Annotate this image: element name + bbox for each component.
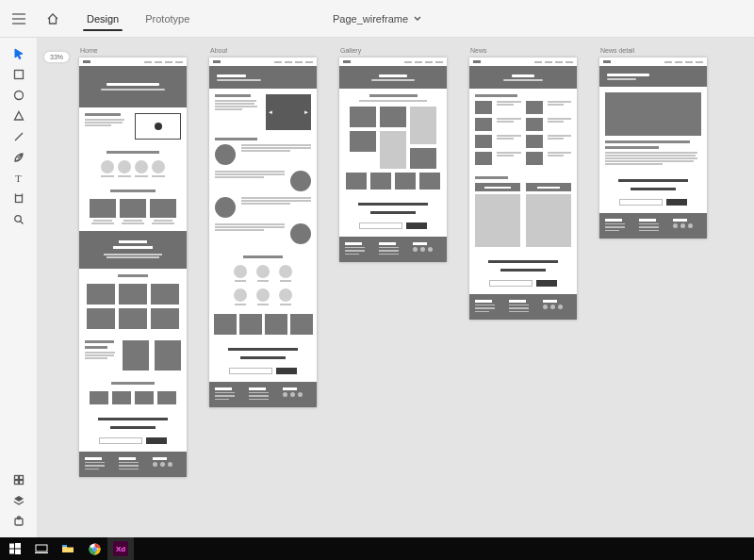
xd-icon: Xd [113, 541, 128, 556]
svg-rect-23 [35, 552, 48, 553]
artboard-home[interactable]: Someday Organize and Start New Stre [79, 58, 187, 477]
taskbar-file-explorer[interactable] [55, 537, 81, 560]
taskbar-xd[interactable]: Xd [107, 537, 134, 560]
pointer-icon [13, 48, 25, 59]
start-button[interactable] [2, 537, 28, 560]
triangle-icon [13, 110, 25, 122]
taskbar-chrome[interactable] [81, 537, 107, 560]
artboard-news[interactable]: Upcoming News Social Feed [469, 58, 577, 320]
line-tool[interactable] [0, 126, 38, 147]
svg-line-11 [20, 222, 23, 224]
artboard-label[interactable]: Home [79, 47, 187, 54]
pen-tool[interactable] [0, 147, 38, 168]
windows-icon [9, 543, 21, 554]
svg-point-28 [92, 547, 95, 550]
svg-rect-3 [14, 71, 23, 79]
svg-text:T: T [15, 173, 22, 184]
ellipse-tool[interactable] [0, 85, 38, 106]
assets-panel-button[interactable] [0, 469, 38, 490]
text-icon: T [13, 173, 25, 184]
artboard-gallery[interactable]: Our Art Creations [339, 58, 447, 262]
folder-icon [61, 543, 74, 554]
artboard-label[interactable]: News detail [599, 47, 707, 54]
svg-rect-14 [14, 481, 18, 485]
svg-rect-19 [15, 543, 21, 549]
svg-point-10 [14, 216, 21, 222]
artboard-label[interactable]: About [209, 47, 317, 54]
svg-rect-17 [17, 517, 20, 519]
task-view-icon [35, 543, 48, 554]
square-icon [13, 69, 25, 80]
taskbar-task-view[interactable] [28, 537, 55, 560]
svg-rect-22 [36, 545, 47, 552]
page-footer [79, 452, 187, 477]
chrome-icon [89, 543, 101, 555]
tool-strip: T [0, 38, 38, 537]
artboard-about[interactable]: Who we are now ◄ ► Profiles / Team [209, 58, 317, 407]
line-icon [13, 131, 25, 142]
artboard-label[interactable]: Gallery [339, 47, 447, 54]
windows-taskbar: Xd [0, 537, 754, 560]
rectangle-tool[interactable] [0, 64, 38, 85]
app-topbar: Design Prototype Page_wireframe [0, 0, 754, 38]
layers-icon [13, 495, 25, 506]
svg-rect-24 [62, 545, 67, 547]
design-canvas[interactable]: 33% Home Someday Organize and Start [38, 38, 754, 537]
select-tool[interactable] [0, 43, 38, 64]
artboard-label[interactable]: News [469, 47, 577, 54]
svg-rect-21 [15, 550, 21, 555]
svg-rect-7 [15, 196, 22, 203]
document-title-dropdown[interactable]: Page_wireframe [333, 0, 421, 37]
zoom-indicator[interactable]: 33% [43, 51, 70, 63]
zoom-tool[interactable] [0, 209, 38, 230]
tab-prototype[interactable]: Prototype [132, 0, 203, 37]
tab-design[interactable]: Design [74, 0, 132, 37]
pen-icon [13, 152, 25, 163]
home-button[interactable] [38, 0, 68, 37]
plugins-icon [13, 516, 25, 527]
svg-point-4 [14, 91, 23, 100]
polygon-tool[interactable] [0, 106, 38, 126]
artboard-tool[interactable] [0, 189, 38, 209]
layers-panel-button[interactable] [0, 490, 38, 511]
svg-rect-20 [9, 550, 14, 554]
plugins-panel-button[interactable] [0, 511, 38, 532]
svg-rect-13 [19, 476, 23, 480]
svg-rect-12 [14, 476, 18, 480]
chevron-down-icon [414, 16, 421, 22]
zoom-icon [13, 214, 25, 225]
document-title: Page_wireframe [333, 13, 408, 25]
text-tool[interactable]: T [0, 168, 38, 189]
artboard-icon [13, 193, 25, 205]
hamburger-icon [12, 13, 25, 25]
svg-rect-18 [9, 544, 14, 549]
assets-icon [13, 474, 25, 486]
svg-line-5 [15, 133, 23, 140]
artboard-news-detail[interactable]: Lorem Ipsum Dummy Texts to Fill the Subs… [599, 58, 707, 239]
circle-icon [13, 90, 25, 101]
home-icon [47, 13, 58, 25]
svg-rect-15 [19, 481, 23, 485]
hamburger-menu[interactable] [0, 0, 38, 37]
